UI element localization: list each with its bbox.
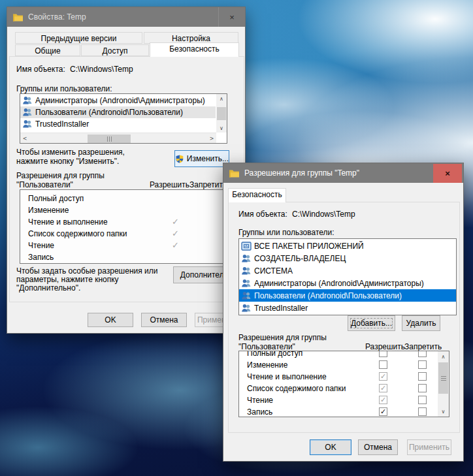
- group-list-item[interactable]: TrustedInstaller: [20, 118, 216, 130]
- scrollbar-thumb[interactable]: [217, 107, 226, 120]
- scrollbar-thumb[interactable]: [88, 135, 131, 143]
- ok-button[interactable]: OK: [310, 439, 351, 455]
- deny-checkbox[interactable]: [418, 360, 427, 369]
- horizontal-scrollbar[interactable]: < >: [20, 133, 216, 143]
- group-list-item[interactable]: TrustedInstaller: [239, 302, 456, 314]
- groups-list: ВСЕ ПАКЕТЫ ПРИЛОЖЕНИЙ СОЗДАТЕЛЬ-ВЛАДЕЛЕЦ…: [239, 240, 456, 314]
- scroll-up-icon[interactable]: ∧: [438, 351, 449, 362]
- allow-checkbox[interactable]: [379, 351, 387, 357]
- group-name: Пользователи (Andronoid\Пользователи): [35, 108, 183, 117]
- permission-row: Полный доступ: [20, 193, 244, 204]
- cancel-button[interactable]: Отмена: [141, 313, 187, 327]
- scroll-down-icon[interactable]: ∨: [216, 123, 227, 133]
- deny-checkbox[interactable]: [418, 396, 427, 404]
- object-name-value: C:\Windows\Temp: [70, 65, 133, 74]
- permissions-for-label-line2: "Пользователи": [16, 180, 73, 189]
- scroll-right-icon[interactable]: >: [207, 134, 216, 143]
- object-name-label: Имя объекта:: [16, 65, 65, 74]
- groups-listbox[interactable]: ВСЕ ПАКЕТЫ ПРИЛОЖЕНИЙ СОЗДАТЕЛЬ-ВЛАДЕЛЕЦ…: [238, 238, 457, 315]
- permission-row: Чтение и выполнение ✓: [239, 371, 438, 383]
- group-name: Администраторы (Andronoid\Администраторы…: [35, 96, 205, 105]
- tab-general[interactable]: Общие: [15, 44, 80, 56]
- permission-name: Список содержимого папки: [28, 229, 127, 238]
- permission-row: Список содержимого папки ✓: [20, 228, 244, 240]
- deny-column-header: Запретить: [404, 342, 442, 351]
- users-icon: [22, 108, 33, 117]
- close-icon[interactable]: ×: [218, 7, 245, 27]
- users-icon: [241, 266, 252, 276]
- permission-row: Полный доступ: [239, 351, 438, 359]
- add-button[interactable]: Добавить...: [348, 315, 395, 331]
- permissions-listbox[interactable]: Полный доступ Изменение Чтение и выполне…: [238, 351, 449, 417]
- group-list-item[interactable]: Пользователи (Andronoid\Пользователи): [239, 289, 456, 302]
- vertical-scrollbar[interactable]: ∧ ∨: [438, 351, 449, 417]
- deny-checkbox[interactable]: [418, 384, 427, 392]
- group-list-item[interactable]: Пользователи (Andronoid\Пользователи): [20, 106, 216, 118]
- deny-checkbox[interactable]: [418, 372, 427, 381]
- permission-name: Чтение: [28, 241, 54, 250]
- permission-name: Изменение: [28, 206, 69, 215]
- allow-checkbox[interactable]: ✓: [379, 372, 387, 381]
- scroll-up-icon[interactable]: ∧: [216, 94, 227, 103]
- object-name-value: C:\Windows\Temp: [292, 210, 355, 219]
- change-button[interactable]: Изменить...: [174, 150, 229, 167]
- allow-checkbox[interactable]: ✓: [379, 396, 387, 404]
- vertical-scrollbar[interactable]: ∧ ∨: [216, 94, 227, 133]
- permissions-for-label-line1: Разрешения для группы: [16, 171, 105, 180]
- group-name: Администраторы (Andronoid\Администраторы…: [254, 279, 424, 288]
- folder-icon: [13, 13, 23, 22]
- change-button-label: Изменить...: [187, 154, 229, 163]
- group-list-item[interactable]: Администраторы (Andronoid\Администраторы…: [20, 95, 216, 106]
- permission-name: Чтение и выполнение: [247, 372, 327, 381]
- scrollbar-thumb[interactable]: [438, 362, 448, 394]
- permissions-for-label-line2: "Пользователи": [238, 342, 295, 351]
- group-list-item[interactable]: СИСТЕМА: [239, 264, 456, 277]
- groups-label: Группы или пользователи:: [238, 228, 334, 237]
- dialog-title: Свойства: Temp: [28, 12, 86, 22]
- security-tab-page: Имя объекта: C:\Windows\Temp Группы или …: [228, 202, 460, 433]
- scroll-left-icon[interactable]: <: [20, 134, 29, 143]
- permission-row: Чтение ✓: [239, 394, 438, 406]
- remove-button[interactable]: Удалить: [402, 315, 440, 331]
- tab-security[interactable]: Безопасность: [150, 42, 239, 57]
- permissions-dialog-titlebar[interactable]: Разрешения для группы "Temp" ×: [223, 163, 463, 183]
- scroll-down-icon[interactable]: ∨: [438, 406, 449, 417]
- tab-sharing[interactable]: Доступ: [81, 44, 149, 56]
- group-name: СОЗДАТЕЛЬ-ВЛАДЕЛЕЦ: [254, 254, 346, 263]
- users-icon: [22, 119, 33, 129]
- deny-checkbox[interactable]: [418, 407, 427, 416]
- groups-listbox[interactable]: Администраторы (Andronoid\Администраторы…: [20, 93, 227, 144]
- group-list-item[interactable]: СОЗДАТЕЛЬ-ВЛАДЕЛЕЦ: [239, 252, 456, 264]
- deny-checkbox[interactable]: [418, 351, 427, 357]
- close-icon[interactable]: ×: [433, 164, 462, 183]
- allow-checkbox[interactable]: ✓: [379, 384, 387, 392]
- permission-row: Чтение ✓: [20, 240, 244, 251]
- change-hint-line2: нажмите кнопку "Изменить".: [16, 157, 119, 166]
- cancel-button[interactable]: Отмена: [358, 439, 398, 455]
- group-list-item[interactable]: Администраторы (Andronoid\Администраторы…: [239, 277, 456, 289]
- permission-name: Полный доступ: [28, 194, 84, 203]
- groups-list: Администраторы (Andronoid\Администраторы…: [20, 95, 216, 130]
- allow-checkbox[interactable]: ✓: [379, 407, 387, 416]
- checkmark-icon: ✓: [172, 240, 179, 250]
- security-tab-page: Имя объекта: C:\Windows\Temp Группы или …: [9, 56, 244, 302]
- ok-button[interactable]: OK: [88, 313, 133, 327]
- thumb-grip: [441, 376, 446, 381]
- advanced-hint-line1: Чтобы задать особые разрешения или: [16, 266, 157, 276]
- change-hint-line1: Чтобы изменить разрешения,: [16, 148, 125, 157]
- permission-name: Запись: [28, 253, 54, 262]
- group-list-item[interactable]: ВСЕ ПАКЕТЫ ПРИЛОЖЕНИЙ: [239, 240, 456, 252]
- advanced-hint-line3: "Дополнительно".: [16, 283, 80, 293]
- permissions-listbox[interactable]: Полный доступ Изменение Чтение и выполне…: [20, 189, 244, 264]
- permission-row: Изменение: [20, 204, 244, 216]
- apply-button[interactable]: Применить: [407, 439, 451, 455]
- properties-dialog-titlebar[interactable]: Свойства: Temp ×: [7, 7, 245, 27]
- permissions-for-label-line1: Разрешения для группы: [238, 333, 327, 342]
- allow-checkbox[interactable]: [379, 360, 387, 369]
- tab-previous-versions[interactable]: Предыдущие версии: [15, 32, 142, 44]
- uac-shield-icon: [175, 154, 184, 164]
- tab-security[interactable]: Безопасность: [228, 188, 286, 202]
- users-icon: [241, 254, 252, 263]
- permission-name: Чтение: [247, 396, 273, 405]
- permission-name: Чтение и выполнение: [28, 217, 108, 227]
